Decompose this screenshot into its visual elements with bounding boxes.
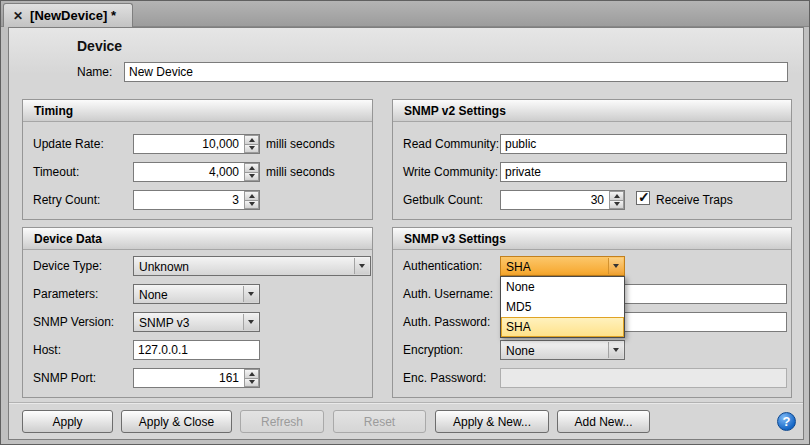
spinner-down-icon[interactable]: [244, 201, 259, 210]
device-data-group: Device Data Device Type: Unknown Paramet…: [22, 227, 373, 398]
snmp-version-select[interactable]: SNMP v3: [133, 312, 260, 332]
snmp-version-label: SNMP Version:: [33, 315, 114, 329]
name-label: Name:: [77, 65, 112, 79]
reset-button: Reset: [333, 410, 426, 433]
tab-newdevice[interactable]: ✕ [NewDevice] *: [3, 3, 133, 27]
device-name-input[interactable]: [124, 62, 788, 82]
enc-password-input: [500, 368, 787, 388]
authentication-dropdown-list: None MD5 SHA: [500, 276, 625, 338]
auth-password-label: Auth. Password:: [403, 315, 490, 329]
getbulk-count-label: Getbulk Count:: [403, 193, 483, 207]
auth-username-label: Auth. Username:: [403, 287, 493, 301]
refresh-button: Refresh: [240, 410, 324, 433]
snmp-version-value: SNMP v3: [139, 316, 189, 330]
timing-group: Timing Update Rate: milli seconds Timeou…: [22, 99, 373, 220]
write-community-input[interactable]: [500, 162, 787, 182]
apply-new-button[interactable]: Apply & New...: [435, 410, 549, 433]
spinner-up-icon[interactable]: [244, 191, 259, 201]
spinner-up-icon[interactable]: [609, 191, 624, 201]
timeout-spin-buttons: [244, 163, 259, 181]
snmp-v3-group-header: SNMP v3 Settings: [393, 228, 791, 250]
device-type-label: Device Type:: [33, 259, 102, 273]
apply-button[interactable]: Apply: [22, 410, 113, 433]
parameters-select[interactable]: None: [133, 284, 260, 304]
receive-traps-label: Receive Traps: [656, 193, 733, 207]
update-rate-unit: milli seconds: [266, 137, 335, 151]
snmp-v3-group: SNMP v3 Settings Authentication: SHA Aut…: [392, 227, 792, 398]
spinner-down-icon[interactable]: [244, 145, 259, 154]
spinner-up-icon[interactable]: [244, 135, 259, 145]
host-label: Host:: [33, 343, 61, 357]
dropdown-arrow-icon: [243, 286, 258, 302]
timeout-unit: milli seconds: [266, 165, 335, 179]
footer-separator: [9, 402, 803, 404]
update-rate-label: Update Rate:: [33, 137, 104, 151]
snmp-port-label: SNMP Port:: [33, 371, 96, 385]
update-rate-spinner: [133, 134, 260, 154]
getbulk-count-spinner: [500, 190, 625, 210]
device-type-value: Unknown: [139, 260, 189, 274]
enc-password-label: Enc. Password:: [403, 371, 486, 385]
dropdown-option-md5[interactable]: MD5: [501, 297, 624, 317]
authentication-label: Authentication:: [403, 259, 482, 273]
timing-group-header: Timing: [23, 100, 372, 122]
close-icon[interactable]: ✕: [13, 10, 23, 22]
dropdown-option-none[interactable]: None: [501, 277, 624, 297]
snmp-v2-group-header: SNMP v2 Settings: [393, 100, 791, 122]
update-rate-spin-buttons: [244, 135, 259, 153]
getbulk-spin-buttons: [609, 191, 624, 209]
apply-close-button[interactable]: Apply & Close: [121, 410, 232, 433]
device-data-group-header: Device Data: [23, 228, 372, 250]
snmp-port-spin-buttons: [244, 369, 259, 387]
parameters-label: Parameters:: [33, 287, 98, 301]
timeout-input[interactable]: [133, 162, 260, 182]
encryption-value: None: [506, 344, 535, 358]
device-editor-window: ✕ [NewDevice] * Device Name: Timing Upda…: [0, 0, 810, 445]
tab-title: [NewDevice] *: [30, 8, 116, 23]
help-icon[interactable]: ?: [777, 412, 796, 431]
page-title: Device: [77, 38, 122, 54]
encryption-select[interactable]: None: [500, 340, 625, 360]
dropdown-arrow-icon: [243, 314, 258, 330]
receive-traps-checkbox[interactable]: [636, 191, 650, 205]
spinner-down-icon[interactable]: [609, 201, 624, 210]
retry-count-label: Retry Count:: [33, 193, 100, 207]
device-type-select[interactable]: Unknown: [133, 256, 371, 276]
timeout-spinner: [133, 162, 260, 182]
spinner-up-icon[interactable]: [244, 163, 259, 173]
authentication-select[interactable]: SHA: [500, 256, 625, 276]
write-community-label: Write Community:: [403, 165, 498, 179]
snmp-port-spinner: [133, 368, 260, 388]
parameters-value: None: [139, 288, 168, 302]
spinner-down-icon[interactable]: [244, 173, 259, 182]
getbulk-count-input[interactable]: [500, 190, 625, 210]
snmp-port-input[interactable]: [133, 368, 260, 388]
dropdown-arrow-icon: [354, 258, 369, 274]
retry-count-input[interactable]: [133, 190, 260, 210]
retry-count-spinner: [133, 190, 260, 210]
encryption-label: Encryption:: [403, 343, 463, 357]
spinner-down-icon[interactable]: [244, 379, 259, 388]
host-input[interactable]: [133, 340, 260, 360]
snmp-v2-group: SNMP v2 Settings Read Community: Write C…: [392, 99, 792, 220]
read-community-label: Read Community:: [403, 137, 499, 151]
device-panel: Device Name: Timing Update Rate: milli s…: [8, 27, 804, 440]
update-rate-input[interactable]: [133, 134, 260, 154]
dropdown-arrow-icon: [608, 258, 623, 274]
tab-bar: ✕ [NewDevice] *: [1, 1, 809, 27]
read-community-input[interactable]: [500, 134, 787, 154]
dropdown-option-sha[interactable]: SHA: [501, 317, 624, 337]
dropdown-arrow-icon: [608, 342, 623, 358]
authentication-value: SHA: [506, 260, 531, 274]
retry-count-spin-buttons: [244, 191, 259, 209]
spinner-up-icon[interactable]: [244, 369, 259, 379]
add-new-button[interactable]: Add New...: [557, 410, 650, 433]
timeout-label: Timeout:: [33, 165, 79, 179]
